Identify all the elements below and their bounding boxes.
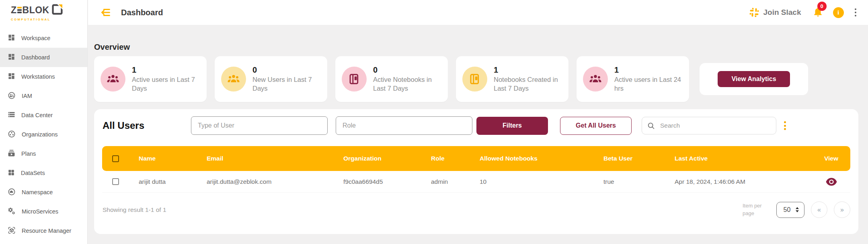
stat-label: Active users in Last 7 Days	[132, 75, 200, 93]
select-all-checkbox[interactable]	[112, 155, 119, 162]
stat-value: 1	[494, 65, 562, 75]
stat-card-active-users-24h: 1 Active users in Last 24 hrs	[577, 56, 689, 102]
notification-count-badge: 0	[817, 2, 827, 11]
notebook-icon	[468, 73, 481, 85]
spinner-arrows-icon	[796, 207, 799, 212]
info-icon: i	[837, 9, 839, 16]
brand-stylized-e	[17, 7, 22, 13]
notebook-icon	[348, 73, 361, 85]
stat-label: New Users in Last 7 Days	[252, 75, 321, 93]
column-header-role: Role	[422, 155, 470, 162]
column-header-name: Name	[129, 155, 197, 162]
stat-circle	[583, 67, 608, 92]
stat-card-active-notebooks-7d: 0 Active Notebooks in Last 7 Days	[335, 56, 448, 102]
gears-icon	[8, 207, 16, 216]
sidebar-item-workstations[interactable]: Workstations	[0, 67, 87, 86]
server-icon	[8, 111, 15, 120]
people-circle-icon	[8, 92, 16, 101]
brand-mark-icon	[52, 4, 63, 16]
sidebar-item-label: Workstations	[21, 73, 55, 80]
view-analytics-card: View Analytics	[700, 63, 808, 95]
dashboard-grid-icon	[8, 72, 15, 81]
sidebar-item-data-center[interactable]: Data Center	[0, 106, 87, 125]
stat-circle	[221, 67, 246, 92]
view-analytics-button[interactable]: View Analytics	[718, 71, 790, 87]
stat-card-active-users-7d: 1 Active users in Last 7 Days	[94, 56, 207, 102]
group-work-icon	[8, 130, 16, 139]
main-content: Overview 1 Active users in Last 7 Days 0…	[88, 25, 868, 244]
type-of-user-input[interactable]	[191, 116, 328, 135]
cell-allowed-notebooks: 10	[470, 178, 593, 185]
overview-title: Overview	[94, 43, 858, 52]
sidebar-nav: Workspace Dashboard Workstations IAM Dat…	[0, 25, 87, 240]
table-options-menu-button[interactable]	[783, 120, 787, 131]
get-all-users-button[interactable]: Get All Users	[560, 117, 632, 135]
collapse-sidebar-button[interactable]	[100, 7, 111, 18]
cell-last-active: Apr 18, 2024, 1:46:06 AM	[665, 178, 812, 185]
stat-card-notebooks-created-7d: 1 Notebooks Created in Last 7 Days	[456, 56, 568, 102]
previous-page-button[interactable]: «	[811, 201, 827, 218]
stat-label: Active users in Last 24 hrs	[614, 75, 683, 93]
sidebar-item-label: Resource Manager	[22, 228, 71, 234]
sidebar-item-label: Namespace	[22, 189, 53, 195]
column-header-organization: Organization	[334, 155, 422, 162]
brand-tagline: COMPUTATIONAL	[11, 18, 63, 21]
items-per-page-value[interactable]	[782, 206, 792, 214]
users-toolbar: All Users Filters Get All Users	[94, 109, 858, 135]
column-header-allowed-notebooks: Allowed Notebooks	[470, 155, 593, 162]
slack-icon	[749, 7, 759, 18]
column-header-last-active: Last Active	[665, 155, 812, 162]
column-header-view: View	[812, 155, 850, 162]
brand-logo-text: Z BLOK COMPUTATIONAL	[11, 4, 63, 21]
view-user-button[interactable]	[825, 177, 838, 187]
sidebar-item-dashboard[interactable]: Dashboard	[0, 48, 87, 67]
sidebar: Z BLOK COMPUTATIONAL Workspace Dashboard…	[0, 0, 88, 244]
sidebar-item-microservices[interactable]: MicroServices	[0, 202, 87, 221]
sidebar-item-plans[interactable]: Plans	[0, 144, 87, 163]
sidebar-item-workspace[interactable]: Workspace	[0, 28, 87, 48]
column-header-beta-user: Beta User	[593, 155, 665, 162]
items-per-page-label: Item per page	[743, 202, 767, 218]
cube-scan-icon	[8, 226, 16, 236]
cell-email: arijit.dutta@zeblok.com	[197, 178, 334, 185]
pagination: Item per page « »	[743, 201, 850, 218]
top-header: Dashboard Join Slack 0 i	[88, 0, 868, 25]
filters-button[interactable]: Filters	[476, 117, 548, 135]
search-box[interactable]	[642, 117, 776, 134]
search-input[interactable]	[660, 122, 757, 129]
brand-name-suffix: BLOK	[23, 6, 49, 15]
sidebar-item-resource-manager[interactable]: Resource Manager	[0, 221, 87, 240]
sidebar-item-datasets[interactable]: DataSets	[0, 163, 87, 183]
sidebar-item-label: MicroServices	[22, 208, 58, 215]
header-overflow-menu-button[interactable]	[854, 7, 858, 18]
users-table-footer: Showing result 1-1 of 1 Item per page « …	[94, 193, 858, 218]
stat-value: 1	[614, 65, 683, 75]
stat-value: 0	[373, 65, 441, 75]
sidebar-item-organizations[interactable]: Organizations	[0, 125, 87, 144]
info-button[interactable]: i	[833, 7, 844, 18]
stat-card-new-users-7d: 0 New Users in Last 7 Days	[215, 56, 327, 102]
sidebar-item-namespace[interactable]: Namespace	[0, 183, 87, 202]
users-table: Name Email Organization Role Allowed Not…	[102, 146, 850, 193]
sidebar-item-iam[interactable]: IAM	[0, 86, 87, 106]
cell-role: admin	[422, 178, 470, 185]
column-header-email: Email	[197, 155, 334, 162]
notifications-button[interactable]: 0	[813, 6, 823, 19]
row-checkbox[interactable]	[112, 178, 119, 185]
next-page-button[interactable]: »	[834, 201, 850, 218]
items-per-page-select[interactable]	[776, 202, 804, 218]
sidebar-item-label: Dashboard	[21, 54, 50, 61]
role-input[interactable]	[336, 116, 472, 135]
stat-circle	[342, 67, 367, 92]
stat-label: Notebooks Created in Last 7 Days	[494, 75, 562, 93]
cell-name: arijit dutta	[129, 178, 197, 185]
users-group-icon	[227, 72, 240, 86]
all-users-title: All Users	[103, 120, 191, 131]
stat-label: Active Notebooks in Last 7 Days	[373, 75, 441, 93]
subscriptions-icon	[8, 149, 15, 158]
search-icon	[647, 122, 655, 130]
users-group-icon	[106, 72, 120, 86]
brand-logo[interactable]: Z BLOK COMPUTATIONAL	[0, 0, 87, 25]
dashboard-grid-icon	[8, 53, 15, 62]
join-slack-button[interactable]: Join Slack	[749, 7, 801, 18]
